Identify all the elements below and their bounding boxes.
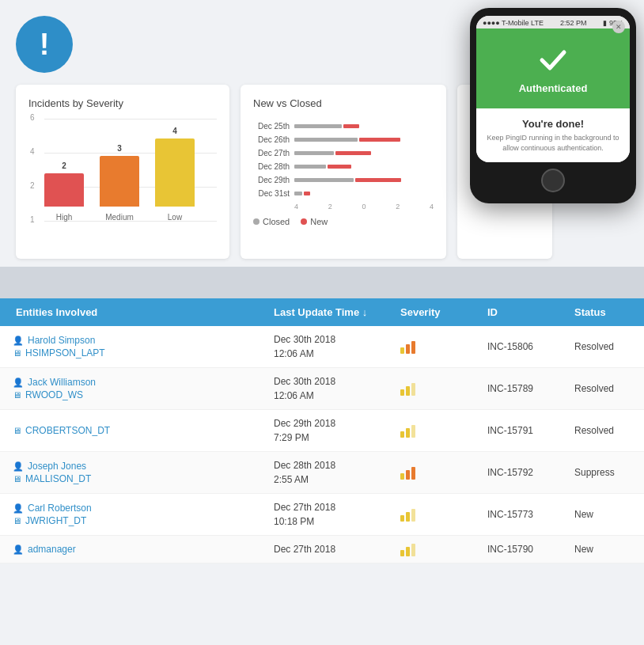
incidents-card: Incidents by Severity 6 4 2 1 2 High 3 [16,85,229,259]
top-section: ! Incidents by Severity 6 4 2 1 2 High [0,0,644,259]
status-cell: Resolved [574,383,644,394]
id-cell: INC-15792 [487,467,574,478]
bar-medium: 3 Medium [100,144,139,222]
nvc-row-dec26: Dec 26th [253,135,434,144]
entity-device: 🖥 CROBERTSON_DT [13,425,274,436]
alert-icon: ! [16,16,73,73]
table-header: Entities Involved Last Update Time ↓ Sev… [0,298,644,326]
entity-cell: 👤 Joseph Jones 🖥 MALLISON_DT [13,461,274,484]
status-cell: Resolved [574,341,644,352]
time-cell: Dec 30th 2018 12:06 AM [274,332,400,361]
entity-cell: 🖥 CROBERTSON_DT [13,425,274,436]
table-row: 👤 Joseph Jones 🖥 MALLISON_DT Dec 28th 20… [0,452,644,494]
table-row: 👤 Carl Robertson 🖥 JWRIGHT_DT Dec 27th 2… [0,494,644,536]
bars-container: 2 High 3 Medium 4 Low [44,119,195,222]
phone-done-section: You're done! Keep PingID running in the … [476,108,630,162]
entity-person: 👤 admanager [13,544,274,555]
phone-screen: ●●●● T-Mobile LTE 2:52 PM ▮ 95% ✕ Authen… [476,16,630,162]
entity-person: 👤 Carl Robertson [13,503,274,514]
th-severity: Severity [400,306,487,318]
entity-cell: 👤 Jack Williamson 🖥 RWOOD_WS [13,377,274,400]
person-icon: 👤 [13,461,24,472]
severity-cell [400,381,487,396]
auth-label: Authenticated [519,82,588,94]
carrier-label: ●●●● T-Mobile LTE [483,19,544,27]
new-dot [301,218,307,225]
status-cell: Resolved [574,425,644,436]
entity-cell: 👤 admanager [13,544,274,555]
monitor-icon: 🖥 [13,516,21,525]
incidents-title: Incidents by Severity [28,97,217,109]
bar-chart: 6 4 2 1 2 High 3 Medium [28,119,217,245]
nvc-row-dec31: Dec 31st [253,189,434,198]
severity-cell [400,423,487,438]
th-update-time: Last Update Time ↓ [274,306,400,318]
alert-icon-label: ! [40,29,50,59]
id-cell: INC-15790 [487,544,574,555]
entity-device: 🖥 RWOOD_WS [13,389,274,400]
newclosed-card: New vs Closed Dec 25th Dec 26th [241,85,446,259]
th-entities: Entities Involved [13,306,274,318]
severity-cell [400,542,487,556]
phone-overlay: ●●●● T-Mobile LTE 2:52 PM ▮ 95% ✕ Authen… [470,8,636,203]
time-cell: Dec 27th 2018 [274,542,400,556]
id-cell: INC-15773 [487,509,574,520]
entity-person: 👤 Joseph Jones [13,461,274,472]
time-cell: Dec 29th 2018 7:29 PM [274,416,400,445]
status-cell: Suppress [574,467,644,478]
monitor-icon: 🖥 [13,390,21,400]
mid-divider [0,267,644,298]
entity-person: 👤 Harold Simpson [13,335,274,346]
person-icon: 👤 [13,503,24,514]
nvc-legend: Closed New [253,217,434,226]
person-icon: 👤 [13,544,24,555]
id-cell: INC-15791 [487,425,574,436]
nvc-row-dec25: Dec 25th [253,122,434,131]
phone-home-button[interactable] [541,169,565,192]
table-row: 👤 Harold Simpson 🖥 HSIMPSON_LAPT Dec 30t… [0,326,644,368]
table-row: 👤 Jack Williamson 🖥 RWOOD_WS Dec 30th 20… [0,368,644,410]
phone-done-title: You're done! [484,118,622,130]
th-id: ID [487,306,574,318]
phone-done-text: Keep PingID running in the background to… [484,133,622,153]
entity-device: 🖥 JWRIGHT_DT [13,515,274,526]
phone-close-button[interactable]: ✕ [612,21,625,33]
severity-cell [400,465,487,480]
time-cell: Dec 28th 2018 2:55 AM [274,458,400,487]
time-cell: Dec 27th 2018 10:18 PM [274,500,400,529]
id-cell: INC-15806 [487,341,574,352]
nvc-chart: Dec 25th Dec 26th Dec 27th [253,119,434,230]
bar-high: 2 High [44,161,84,222]
bar-low: 4 Low [155,127,195,222]
nvc-row-dec29: Dec 29th [253,176,434,184]
id-cell: INC-15789 [487,383,574,394]
phone-auth-box: Authenticated [476,28,630,108]
newclosed-title: New vs Closed [253,97,434,109]
nvc-axis: 4 2 0 2 4 [253,203,434,211]
table-row: 👤 admanager Dec 27th 2018 INC-15790 New [0,536,644,563]
entity-device: 🖥 HSIMPSON_LAPT [13,347,274,359]
severity-cell [400,507,487,522]
monitor-icon: 🖥 [13,474,21,484]
person-icon: 👤 [13,336,24,346]
monitor-icon: 🖥 [13,348,21,358]
th-status: Status [574,306,644,318]
checkmark-icon [536,43,570,78]
closed-dot [253,218,259,225]
status-cell: New [574,544,644,555]
time-label: 2:52 PM [560,19,587,27]
entity-cell: 👤 Harold Simpson 🖥 HSIMPSON_LAPT [13,335,274,359]
phone-status-bar: ●●●● T-Mobile LTE 2:52 PM ▮ 95% [476,16,630,28]
table-section: Entities Involved Last Update Time ↓ Sev… [0,298,644,563]
entity-device: 🖥 MALLISON_DT [13,473,274,484]
entity-person: 👤 Jack Williamson [13,377,274,388]
time-cell: Dec 30th 2018 12:06 AM [274,374,400,403]
nvc-row-dec28: Dec 28th [253,162,434,171]
entity-cell: 👤 Carl Robertson 🖥 JWRIGHT_DT [13,503,274,526]
status-cell: New [574,509,644,520]
monitor-icon: 🖥 [13,426,21,435]
severity-cell [400,340,487,354]
nvc-row-dec27: Dec 27th [253,149,434,157]
table-row: 🖥 CROBERTSON_DT Dec 29th 2018 7:29 PM IN… [0,410,644,452]
person-icon: 👤 [13,378,24,388]
